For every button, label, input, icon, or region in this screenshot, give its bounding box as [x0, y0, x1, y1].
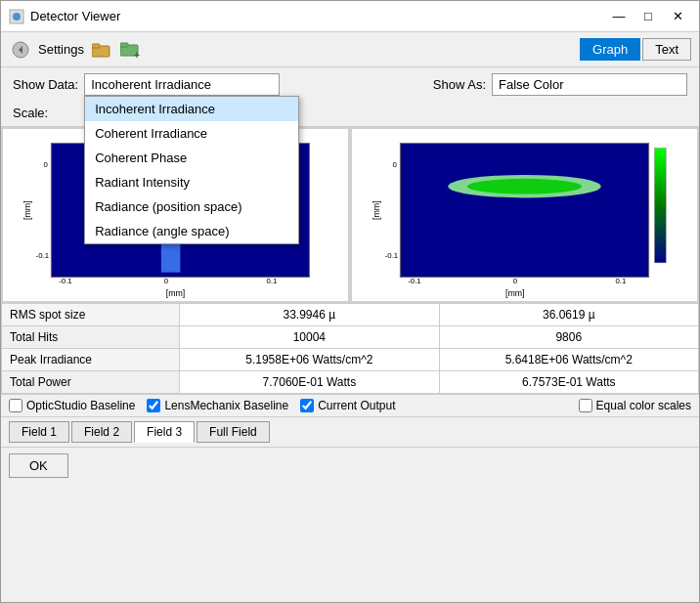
svg-text:-0.1: -0.1 — [36, 251, 49, 260]
title-bar-controls: — □ ✕ — [605, 6, 691, 27]
table-cell-label: Peak Irradiance — [2, 349, 180, 371]
toolbar-left: Settings + — [9, 38, 143, 62]
folder-add-button[interactable]: + — [119, 38, 143, 62]
tab-field-1[interactable]: Field 1 — [9, 421, 69, 443]
svg-text:+: + — [134, 50, 140, 59]
checkbox-equal-color: Equal color scales — [579, 399, 691, 412]
show-as-group: Show As: False Color Grayscale — [433, 73, 687, 96]
table-cell-col1: 33.9946 µ — [180, 304, 439, 326]
table-cell-col2: 5.6418E+06 Watts/cm^2 — [439, 349, 698, 371]
svg-text:0: 0 — [44, 160, 49, 169]
back-icon — [12, 41, 29, 59]
svg-text:0.1: 0.1 — [615, 277, 626, 285]
close-button[interactable]: ✕ — [664, 6, 691, 27]
menu-item-radiance-position[interactable]: Radiance (position space) — [85, 194, 298, 219]
table-cell-col1: 10004 — [180, 326, 439, 349]
table-row: Total Hits100049806 — [2, 326, 699, 349]
right-chart-svg: [mm] [mm] 0 -0.1 -0.1 0 0.1 — [352, 129, 697, 301]
svg-point-28 — [467, 179, 582, 194]
svg-text:0: 0 — [164, 277, 169, 285]
opticstudio-checkbox[interactable] — [9, 399, 22, 412]
menu-item-radiance-angle[interactable]: Radiance (angle space) — [85, 219, 298, 243]
show-as-dropdown-wrapper: False Color Grayscale — [492, 73, 687, 96]
ok-button[interactable]: OK — [9, 453, 68, 478]
checkbox-lensmechanix: LensMechanix Baseline — [147, 399, 288, 412]
back-button[interactable] — [9, 38, 32, 62]
controls-bar: Show Data: Incoherent Irradiance Coheren… — [1, 67, 699, 127]
table-row: Total Power7.7060E-01 Watts6.7573E-01 Wa… — [2, 371, 699, 394]
folder-add-icon: + — [120, 41, 142, 59]
show-data-dropdown[interactable]: Incoherent Irradiance Coherent Irradianc… — [84, 73, 280, 96]
lensmechanix-label: LensMechanix Baseline — [164, 399, 288, 412]
equal-color-checkbox[interactable] — [579, 399, 592, 412]
svg-text:-0.1: -0.1 — [385, 251, 398, 260]
equal-color-label: Equal color scales — [596, 399, 691, 412]
tabs-bar: Field 1Field 2Field 3Full Field — [1, 416, 699, 447]
svg-text:[mm]: [mm] — [22, 200, 32, 220]
bottom-bar: OK — [1, 447, 699, 484]
table-cell-col2: 9806 — [439, 326, 698, 349]
table-row: RMS spot size33.9946 µ36.0619 µ — [2, 304, 699, 326]
data-table: RMS spot size33.9946 µ36.0619 µTotal Hit… — [1, 303, 699, 394]
maximize-button[interactable]: □ — [634, 6, 662, 27]
table-cell-col2: 36.0619 µ — [439, 304, 698, 326]
text-button[interactable]: Text — [642, 38, 691, 61]
right-chart: [mm] [mm] 0 -0.1 -0.1 0 0.1 — [352, 129, 697, 301]
bottom-controls: OpticStudio Baseline LensMechanix Baseli… — [1, 394, 699, 416]
table-cell-col1: 7.7060E-01 Watts — [180, 371, 439, 394]
lensmechanix-checkbox[interactable] — [147, 399, 160, 412]
table-row: Peak Irradiance5.1958E+06 Watts/cm^25.64… — [2, 349, 699, 371]
folder-open-icon — [92, 42, 111, 58]
svg-rect-17 — [161, 243, 181, 272]
title-bar: Detector Viewer — □ ✕ — [1, 1, 699, 32]
table-cell-col2: 6.7573E-01 Watts — [439, 371, 698, 394]
show-data-dropdown-wrapper: Incoherent Irradiance Coherent Irradianc… — [84, 73, 280, 96]
svg-text:[mm]: [mm] — [166, 288, 186, 298]
main-window: Detector Viewer — □ ✕ Settings — [0, 0, 700, 603]
show-data-menu: Incoherent Irradiance Coherent Irradianc… — [84, 96, 299, 244]
scale-label: Scale: — [13, 106, 48, 120]
window-title: Detector Viewer — [30, 9, 120, 23]
table-cell-col1: 5.1958E+06 Watts/cm^2 — [180, 349, 439, 371]
show-as-dropdown[interactable]: False Color Grayscale — [492, 73, 687, 96]
toolbar-right: Graph Text — [580, 38, 691, 61]
tab-field-2[interactable]: Field 2 — [71, 421, 132, 443]
menu-item-coherent-irradiance[interactable]: Coherent Irradiance — [85, 121, 298, 146]
toolbar: Settings + Graph Text — [1, 32, 699, 67]
folder-open-button[interactable] — [90, 38, 113, 62]
show-data-group: Show Data: Incoherent Irradiance Coheren… — [13, 73, 280, 96]
menu-item-incoherent-irradiance[interactable]: Incoherent Irradiance — [85, 97, 298, 121]
svg-rect-26 — [400, 144, 648, 278]
table-cell-label: Total Hits — [2, 326, 180, 349]
tab-full-field[interactable]: Full Field — [197, 421, 270, 443]
menu-item-radiant-intensity[interactable]: Radiant Intensity — [85, 170, 298, 194]
show-as-label: Show As: — [433, 77, 486, 92]
opticstudio-label: OpticStudio Baseline — [26, 399, 135, 412]
app-icon — [9, 9, 24, 24]
title-bar-left: Detector Viewer — [9, 9, 120, 24]
current-output-checkbox[interactable] — [300, 399, 314, 412]
svg-text:0: 0 — [513, 277, 518, 285]
current-output-label: Current Output — [318, 399, 395, 412]
svg-text:0: 0 — [393, 160, 398, 169]
tab-field-3[interactable]: Field 3 — [134, 421, 195, 443]
minimize-button[interactable]: — — [605, 6, 633, 27]
checkbox-current-output: Current Output — [300, 399, 395, 412]
svg-point-1 — [13, 13, 21, 21]
svg-text:-0.1: -0.1 — [59, 277, 71, 285]
svg-text:[mm]: [mm] — [505, 288, 525, 298]
table-cell-label: Total Power — [2, 371, 180, 394]
settings-label[interactable]: Settings — [38, 42, 84, 57]
svg-text:-0.1: -0.1 — [408, 277, 420, 285]
graph-button[interactable]: Graph — [580, 38, 640, 61]
svg-text:0.1: 0.1 — [266, 277, 277, 285]
svg-rect-7 — [120, 43, 128, 47]
data-table-wrapper: RMS spot size33.9946 µ36.0619 µTotal Hit… — [1, 303, 699, 394]
table-cell-label: RMS spot size — [2, 304, 180, 326]
menu-item-coherent-phase[interactable]: Coherent Phase — [85, 146, 298, 170]
svg-rect-5 — [92, 44, 100, 48]
svg-text:[mm]: [mm] — [372, 200, 381, 220]
show-data-label: Show Data: — [13, 77, 78, 92]
checkbox-opticstudio: OpticStudio Baseline — [9, 399, 135, 412]
svg-rect-30 — [654, 149, 666, 263]
